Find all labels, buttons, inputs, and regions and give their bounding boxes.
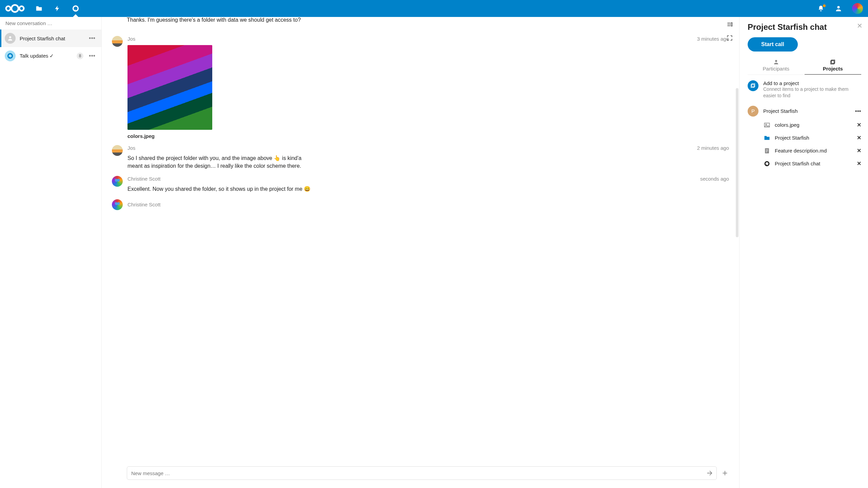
conversation-menu-icon[interactable]: •••	[87, 35, 97, 42]
attach-icon[interactable]	[721, 469, 729, 477]
message-block: Jos2 minutes ago So I shared the project…	[112, 145, 729, 170]
start-call-button[interactable]: Start call	[748, 37, 798, 52]
message-time: seconds ago	[700, 176, 729, 182]
remove-icon[interactable]: ✕	[857, 147, 861, 154]
tab-label: Participants	[763, 66, 789, 72]
new-conversation-input[interactable]	[5, 20, 96, 26]
typing-indicator: Christine Scott	[112, 199, 729, 210]
svg-point-1	[12, 5, 19, 12]
top-bar	[0, 0, 868, 17]
scrollbar[interactable]	[736, 88, 738, 237]
talk-icon[interactable]	[72, 4, 80, 13]
svg-rect-7	[831, 61, 834, 64]
message-text: So I shared the project folder with you,…	[127, 154, 317, 170]
app-logo[interactable]	[5, 3, 25, 14]
talk-avatar-icon	[5, 50, 16, 61]
project-items: colors.jpeg ✕ Project Starfish ✕ Feature…	[748, 119, 861, 170]
contacts-icon[interactable]	[834, 4, 843, 13]
project-item-label: Feature description.md	[775, 148, 853, 154]
svg-rect-8	[752, 84, 755, 87]
svg-point-0	[6, 6, 11, 11]
conversation-item[interactable]: Project Starfish chat •••	[0, 29, 101, 47]
image-preview[interactable]	[127, 45, 212, 130]
conversation-title: Project Starfish chat	[20, 36, 83, 41]
message-block: Christine Scottseconds ago Excellent. No…	[112, 176, 729, 193]
topbar-right	[817, 3, 863, 14]
conversation-item[interactable]: Talk updates ✓ 8 •••	[0, 47, 101, 65]
remove-icon[interactable]: ✕	[857, 122, 861, 128]
add-project-subtitle: Connect items to a project to make them …	[763, 86, 861, 99]
conversation-menu-icon[interactable]: •••	[87, 53, 97, 60]
project-item[interactable]: Feature description.md ✕	[763, 144, 861, 157]
add-to-project[interactable]: Add to a project Connect items to a proj…	[748, 75, 861, 104]
details-tabs: Participants Projects	[748, 59, 861, 75]
project-item[interactable]: colors.jpeg ✕	[763, 119, 861, 131]
folder-icon	[763, 134, 771, 142]
chat-main: Thanks. I'm guessing there's a folder wi…	[102, 17, 739, 488]
project-name: Project Starfish	[763, 108, 850, 114]
left-sidebar: Project Starfish chat ••• Talk updates ✓…	[0, 17, 102, 488]
remove-icon[interactable]: ✕	[857, 160, 861, 167]
svg-rect-5	[731, 23, 732, 26]
new-conversation-row	[0, 17, 101, 29]
svg-point-2	[19, 6, 24, 11]
conversation-title: Talk updates ✓	[20, 53, 73, 59]
svg-rect-9	[751, 84, 754, 87]
message-text: Excellent. Now you shared the folder, so…	[127, 185, 317, 193]
file-name: colors.jpeg	[127, 133, 729, 139]
link-icon	[748, 80, 758, 91]
activity-icon[interactable]	[53, 4, 61, 13]
svg-point-11	[766, 124, 767, 125]
fullscreen-icon[interactable]	[726, 35, 734, 42]
svg-rect-6	[832, 60, 835, 63]
tab-participants[interactable]: Participants	[748, 59, 805, 75]
image-file-icon	[763, 121, 771, 129]
file-attachment[interactable]: colors.jpeg	[127, 45, 729, 139]
author-avatar[interactable]	[112, 36, 123, 47]
svg-point-4	[8, 54, 13, 58]
document-icon	[763, 147, 771, 155]
details-panel: ✕ Project Starfish chat Start call Parti…	[739, 17, 868, 488]
nav-icons	[35, 4, 80, 13]
composer-row	[102, 466, 739, 488]
tab-label: Projects	[823, 66, 843, 72]
author-avatar[interactable]	[112, 176, 123, 187]
user-avatar[interactable]	[852, 3, 863, 14]
notification-dot	[823, 4, 826, 7]
project-menu-icon[interactable]: •••	[855, 108, 861, 114]
message-time: 2 minutes ago	[697, 145, 729, 151]
remove-icon[interactable]: ✕	[857, 135, 861, 141]
project-item-label: Project Starfish chat	[775, 161, 853, 166]
message-input[interactable]	[131, 470, 706, 476]
chat-icon	[763, 160, 771, 167]
author-avatar[interactable]	[112, 199, 123, 210]
files-icon[interactable]	[35, 4, 43, 13]
project-row[interactable]: P Project Starfish •••	[748, 104, 861, 119]
project-item-label: colors.jpeg	[775, 122, 853, 128]
message-composer	[127, 466, 717, 480]
author-avatar[interactable]	[112, 145, 123, 156]
project-item[interactable]: Project Starfish ✕	[763, 131, 861, 144]
group-avatar-icon	[5, 33, 16, 44]
conversation-list: Project Starfish chat ••• Talk updates ✓…	[0, 29, 101, 488]
svg-point-3	[73, 6, 78, 11]
unread-badge: 8	[77, 53, 83, 59]
send-icon[interactable]	[706, 469, 714, 477]
project-item[interactable]: Project Starfish chat ✕	[763, 157, 861, 170]
svg-point-13	[765, 162, 769, 166]
tab-projects[interactable]: Projects	[805, 59, 862, 75]
add-project-title: Add to a project	[763, 80, 861, 86]
message-author: Jos	[127, 36, 135, 42]
project-avatar: P	[748, 106, 758, 117]
notifications-icon[interactable]	[817, 4, 825, 13]
message-author: Christine Scott	[127, 202, 161, 207]
message-author: Jos	[127, 145, 135, 151]
message-time: 3 minutes ago	[697, 36, 729, 42]
project-item-label: Project Starfish	[775, 135, 853, 141]
message-list: Thanks. I'm guessing there's a folder wi…	[102, 17, 739, 466]
message-author: Christine Scott	[127, 176, 161, 182]
close-icon[interactable]: ✕	[857, 22, 863, 30]
message-text: Thanks. I'm guessing there's a folder wi…	[112, 17, 729, 30]
message-block: Jos3 minutes ago colors.jpeg	[112, 36, 729, 139]
toggle-panel-icon[interactable]	[726, 21, 734, 28]
